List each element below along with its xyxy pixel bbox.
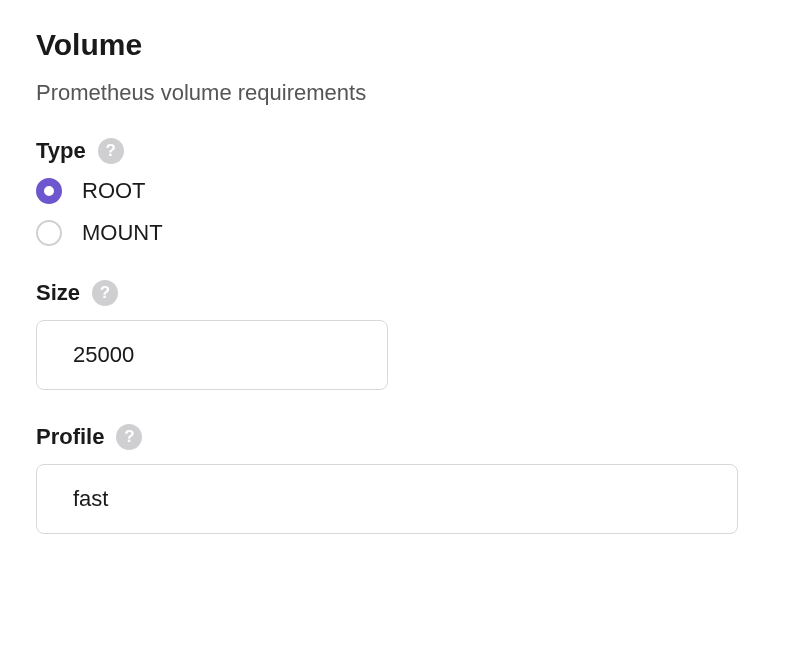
radio-option-root[interactable]: ROOT — [36, 178, 754, 204]
help-icon[interactable]: ? — [98, 138, 124, 164]
field-size-label-row: Size ? — [36, 280, 754, 306]
profile-input[interactable] — [36, 464, 738, 534]
field-type-label: Type — [36, 138, 86, 164]
radio-option-mount[interactable]: MOUNT — [36, 220, 754, 246]
help-icon[interactable]: ? — [116, 424, 142, 450]
field-type-label-row: Type ? — [36, 138, 754, 164]
radio-circle-mount — [36, 220, 62, 246]
field-profile-label-row: Profile ? — [36, 424, 754, 450]
type-radio-group: ROOT MOUNT — [36, 178, 754, 246]
radio-label-mount: MOUNT — [82, 220, 163, 246]
section-title: Volume — [36, 28, 754, 62]
section-subtitle: Prometheus volume requirements — [36, 80, 754, 106]
size-input[interactable] — [36, 320, 388, 390]
field-profile-label: Profile — [36, 424, 104, 450]
field-size: Size ? — [36, 280, 754, 390]
field-profile: Profile ? — [36, 424, 754, 534]
field-size-label: Size — [36, 280, 80, 306]
radio-label-root: ROOT — [82, 178, 146, 204]
field-type: Type ? ROOT MOUNT — [36, 138, 754, 246]
radio-circle-root — [36, 178, 62, 204]
help-icon[interactable]: ? — [92, 280, 118, 306]
